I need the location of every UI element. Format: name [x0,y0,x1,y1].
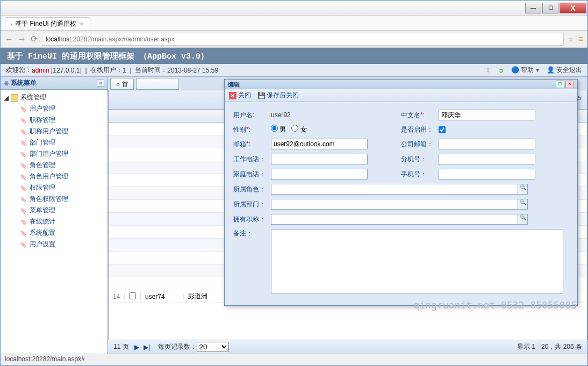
window-frame: — ☐ X ▫ 基于 FineUI 的通用权 × ← → ⟳ localhost… [0,0,588,366]
leaf-icon [20,150,27,158]
help-button[interactable]: 🔵 帮助 ▾ [511,66,539,75]
tree-root[interactable]: ◢ 系统管理 [1,92,107,103]
expand-icon: ◢ [4,94,9,102]
main-area: ⧻ 系统菜单 « ◢ 系统管理 用户管理职称管理职称用户管理部门管理部门用户管理… [1,77,587,354]
tab-close-icon[interactable]: × [80,20,83,28]
gender-female-radio[interactable]: 女 [291,125,306,134]
titles-lookup-button[interactable]: 🔍 [518,214,528,225]
folder-icon [11,94,18,102]
remark-textarea[interactable] [271,229,563,293]
sidebar-item[interactable]: 角色用户管理 [1,171,107,182]
chinese-name-input[interactable] [439,110,535,120]
page-icon: ▫ [10,20,12,28]
paging-bar: 11 页 ▶ ▶| 每页记录数： 20 显示 1 - 20，共 206 条 [108,340,587,354]
modal-maximize-button[interactable]: □ [556,81,564,88]
leaf-icon [20,105,27,113]
window-close-button[interactable]: X [560,3,586,13]
sidebar-item[interactable]: 用户管理 [1,103,107,114]
company-email-input[interactable] [439,139,535,149]
close-icon: ✖ [229,92,236,99]
edit-user-modal: 编辑 □ × ✖关闭 💾保存后关闭 用户名:user92 中文名*: [224,79,578,306]
close-button[interactable]: ✖关闭 [229,91,251,100]
last-page-button[interactable]: ▶| [141,343,152,351]
browser-status-bar: localhost:20282/main.aspx# [1,354,587,365]
url-input[interactable]: localhost:20282/main.aspx#/admin/user.as… [42,33,564,46]
sidebar-collapse-button[interactable]: « [97,80,104,87]
sidebar-item[interactable]: 在线统计 [1,216,107,227]
window-minimize-button[interactable]: — [525,3,541,13]
paging-info: 显示 1 - 20，共 206 条 [517,342,582,351]
leaf-icon [20,117,27,124]
browser-tab[interactable]: ▫ 基于 FineUI 的通用权 × [5,17,90,30]
roles-lookup-button[interactable]: 🔍 [518,184,528,195]
modal-form: 用户名:user92 中文名*: 性别*: 男 女 是否启用： 邮箱*: 公司邮… [225,102,577,305]
sidebar-item[interactable]: 部门管理 [1,137,107,148]
leaf-icon [20,196,27,203]
forward-button[interactable]: → [18,34,26,44]
tree-icon: ⧻ [4,80,9,87]
reload-button[interactable]: ⟳ [31,34,38,44]
sidebar-item[interactable]: 用户设置 [1,239,107,250]
refresh-icon[interactable]: ➲ [498,67,504,74]
bookmark-star-icon[interactable]: ☆ [568,35,574,43]
save-icon: 💾 [257,92,265,99]
leaf-icon [20,184,27,192]
sidebar-item[interactable]: 角色管理 [1,160,107,171]
app-header: 基于 FineUI 的通用权限管理框架 （AppBox v3.0） [1,48,587,64]
browser-menu-icon[interactable]: ≡ [578,34,583,44]
next-page-button[interactable]: ▶ [132,343,141,351]
modal-close-button[interactable]: × [565,81,574,88]
leaf-icon [20,128,27,135]
username-value: user92 [271,111,291,119]
email-input[interactable] [271,139,368,149]
work-phone-input[interactable] [271,154,368,164]
sidebar-item[interactable]: 部门用户管理 [1,148,107,160]
status-bar: 欢迎您： admin [127.0.0.1] | 在线用户： 1 | 当前时间：… [1,64,587,77]
roles-input[interactable] [271,184,518,195]
home-tab[interactable]: ⌂首 [110,78,134,90]
browser-url-bar: ← → ⟳ localhost:20282/main.aspx#/admin/u… [1,31,587,48]
titles-input[interactable] [271,214,518,225]
sidebar-item[interactable]: 系统配置 [1,227,107,239]
sidebar-item[interactable]: 权限管理 [1,182,107,193]
modal-toolbar: ✖关闭 💾保存后关闭 [225,89,577,102]
sidebar-item[interactable]: 职称管理 [1,114,107,126]
depts-lookup-button[interactable]: 🔍 [518,199,528,210]
sidebar: ⧻ 系统菜单 « ◢ 系统管理 用户管理职称管理职称用户管理部门管理部门用户管理… [1,77,108,354]
current-user[interactable]: admin [32,67,49,74]
gender-male-radio[interactable]: 男 [271,125,286,134]
leaf-icon [20,139,27,147]
leaf-icon [20,241,27,248]
browser-tab-bar: ▫ 基于 FineUI 的通用权 × [1,16,587,31]
leaf-icon [20,162,27,169]
extension-input[interactable] [439,154,535,164]
enabled-checkbox[interactable] [439,126,446,133]
sidebar-item[interactable]: 角色权限管理 [1,193,107,205]
scroll-top-icon[interactable]: ⇞ [485,67,491,74]
back-button[interactable]: ← [5,34,13,44]
logout-button[interactable]: 👤 安全退出 [547,66,582,75]
tab-title: 基于 FineUI 的通用权 [15,19,76,28]
window-titlebar: — ☐ X [1,1,587,16]
leaf-icon [20,207,27,214]
home-phone-input[interactable] [271,169,368,180]
depts-input[interactable] [271,199,518,210]
nav-tree: ◢ 系统管理 用户管理职称管理职称用户管理部门管理部门用户管理角色管理角色用户管… [1,90,107,252]
leaf-icon [20,218,27,226]
leaf-icon [20,229,27,237]
sidebar-item[interactable]: 职称用户管理 [1,126,107,137]
mobile-input[interactable] [439,169,535,180]
save-and-close-button[interactable]: 💾保存后关闭 [257,91,299,100]
sidebar-header: ⧻ 系统菜单 « [1,77,107,90]
modal-titlebar[interactable]: 编辑 □ × [225,80,577,89]
sidebar-item[interactable]: 菜单管理 [1,205,107,216]
secondary-tab[interactable] [136,78,179,90]
window-maximize-button[interactable]: ☐ [542,3,558,13]
home-icon: ⌂ [116,81,120,87]
leaf-icon [20,173,27,181]
content-area: ⌂首 启用 禁用 ✚新增用户 i🔑✎–i🔑✎–i🔑✎–i🔑✎–i🔑✎–i🔑✎–i… [108,77,587,354]
page-size-select[interactable]: 20 [197,342,229,352]
